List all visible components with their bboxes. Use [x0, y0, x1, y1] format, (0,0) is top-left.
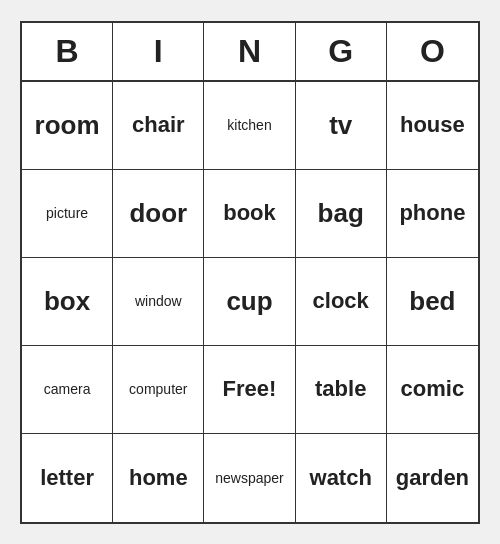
bingo-card: BINGO roomchairkitchentvhousepicturedoor… [20, 21, 480, 524]
bingo-grid: roomchairkitchentvhousepicturedoorbookba… [22, 82, 478, 522]
bingo-cell-0-2[interactable]: kitchen [204, 82, 295, 170]
bingo-cell-1-4[interactable]: phone [387, 170, 478, 258]
header-letter-n: N [204, 23, 295, 80]
bingo-cell-1-1[interactable]: door [113, 170, 204, 258]
bingo-cell-4-1[interactable]: home [113, 434, 204, 522]
header-letter-b: B [22, 23, 113, 80]
bingo-cell-0-0[interactable]: room [22, 82, 113, 170]
bingo-cell-0-3[interactable]: tv [296, 82, 387, 170]
bingo-cell-2-3[interactable]: clock [296, 258, 387, 346]
header-letter-i: I [113, 23, 204, 80]
bingo-cell-2-4[interactable]: bed [387, 258, 478, 346]
bingo-header: BINGO [22, 23, 478, 82]
bingo-cell-3-0[interactable]: camera [22, 346, 113, 434]
bingo-cell-4-0[interactable]: letter [22, 434, 113, 522]
bingo-cell-0-4[interactable]: house [387, 82, 478, 170]
bingo-cell-1-3[interactable]: bag [296, 170, 387, 258]
header-letter-g: G [296, 23, 387, 80]
bingo-cell-2-1[interactable]: window [113, 258, 204, 346]
bingo-cell-3-1[interactable]: computer [113, 346, 204, 434]
bingo-cell-4-3[interactable]: watch [296, 434, 387, 522]
bingo-cell-2-0[interactable]: box [22, 258, 113, 346]
bingo-cell-3-4[interactable]: comic [387, 346, 478, 434]
bingo-cell-0-1[interactable]: chair [113, 82, 204, 170]
bingo-cell-1-0[interactable]: picture [22, 170, 113, 258]
bingo-cell-3-3[interactable]: table [296, 346, 387, 434]
bingo-cell-1-2[interactable]: book [204, 170, 295, 258]
bingo-cell-3-2[interactable]: Free! [204, 346, 295, 434]
header-letter-o: O [387, 23, 478, 80]
bingo-cell-4-4[interactable]: garden [387, 434, 478, 522]
bingo-cell-4-2[interactable]: newspaper [204, 434, 295, 522]
bingo-cell-2-2[interactable]: cup [204, 258, 295, 346]
